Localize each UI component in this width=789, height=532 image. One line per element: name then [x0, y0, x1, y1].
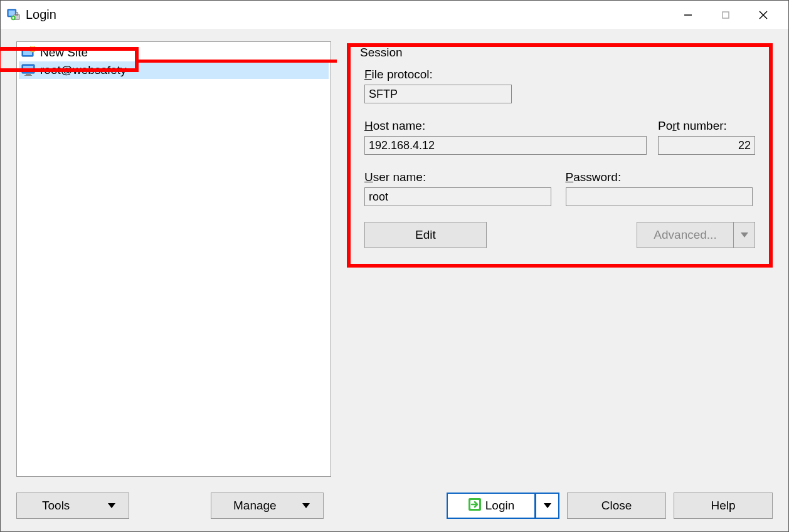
- login-split-button: Login: [447, 493, 559, 519]
- svg-rect-3: [16, 13, 18, 15]
- svg-rect-13: [23, 66, 33, 72]
- user-label: User name:: [364, 170, 554, 184]
- help-button[interactable]: Help: [674, 493, 773, 519]
- tools-button[interactable]: Tools: [16, 493, 129, 519]
- login-icon: [468, 498, 482, 514]
- password-input[interactable]: [566, 187, 753, 206]
- bottom-button-row: Tools Manage: [16, 493, 773, 519]
- selected-site-label: root@websafety: [40, 63, 127, 77]
- titlebar: Login: [1, 1, 788, 29]
- svg-rect-6: [723, 12, 729, 18]
- file-protocol-group: File protocol:: [364, 68, 755, 103]
- svg-marker-17: [108, 503, 115, 508]
- maximize-button: [707, 1, 744, 29]
- file-protocol-label: File protocol:: [364, 68, 755, 81]
- monitor-icon: [21, 64, 36, 76]
- site-item-selected[interactable]: root@websafety: [19, 61, 329, 79]
- site-item-new[interactable]: New Site: [19, 44, 329, 61]
- new-site-label: New Site: [40, 46, 88, 60]
- session-panel: Session File protocol: Host name:: [347, 41, 773, 481]
- app-icon: [7, 8, 21, 22]
- login-label: Login: [485, 499, 515, 513]
- svg-marker-16: [741, 232, 748, 237]
- svg-rect-14: [26, 74, 31, 75]
- svg-marker-18: [302, 503, 310, 508]
- user-group: User name:: [364, 170, 554, 206]
- user-input[interactable]: [364, 187, 551, 206]
- close-button[interactable]: Close: [567, 493, 666, 519]
- annotation-connector-line: [139, 60, 337, 63]
- svg-rect-15: [24, 75, 32, 76]
- window-title: Login: [26, 8, 669, 22]
- password-label: Password:: [566, 170, 756, 184]
- port-input[interactable]: [658, 136, 755, 155]
- main-row: New Site root@websafety: [16, 41, 773, 481]
- session-legend: Session: [360, 46, 403, 60]
- advanced-button: Advanced...: [637, 222, 734, 248]
- port-group: Port number:: [658, 119, 755, 155]
- login-dialog-window: Login: [0, 0, 789, 532]
- password-group: Password:: [566, 170, 756, 206]
- host-label: Host name:: [364, 119, 647, 133]
- login-dropdown-arrow[interactable]: [536, 493, 559, 519]
- host-input[interactable]: [364, 136, 647, 155]
- file-protocol-select[interactable]: [364, 85, 512, 103]
- advanced-split-button: Advanced...: [637, 222, 755, 248]
- svg-marker-21: [544, 503, 551, 508]
- advanced-dropdown-arrow[interactable]: [734, 222, 755, 248]
- sites-list[interactable]: New Site root@websafety: [16, 41, 331, 477]
- host-group: Host name:: [364, 119, 647, 155]
- login-button[interactable]: Login: [447, 493, 536, 519]
- close-window-button[interactable]: [744, 1, 782, 29]
- manage-button[interactable]: Manage: [211, 493, 324, 519]
- port-label: Port number:: [658, 119, 755, 133]
- session-fieldset: Session File protocol: Host name:: [347, 43, 773, 268]
- new-site-icon: [21, 46, 36, 59]
- content-area: New Site root@websafety: [1, 29, 788, 531]
- edit-button[interactable]: Edit: [364, 222, 487, 248]
- minimize-button[interactable]: [669, 1, 707, 29]
